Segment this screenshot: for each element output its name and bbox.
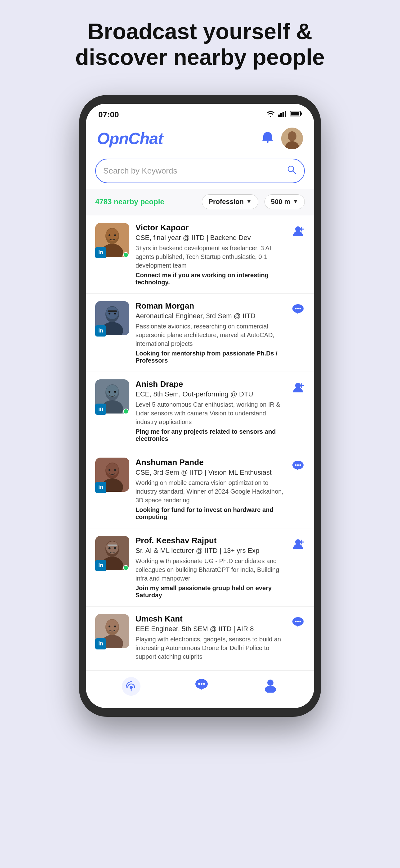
- person-role: EEE Engineer, 5th SEM @ IITD | AIR 8: [135, 625, 285, 633]
- distance-filter-button[interactable]: 500 m ▼: [265, 194, 305, 209]
- distance-label: 500 m: [271, 198, 290, 206]
- linkedin-badge: in: [95, 638, 106, 649]
- app-header: OpnChat: [86, 123, 314, 156]
- svg-point-27: [114, 313, 116, 314]
- list-item[interactable]: in Umesh Kant EEE Engineer, 5th SEM @ II…: [86, 607, 314, 671]
- person-action-button[interactable]: [291, 458, 305, 472]
- person-name: Roman Morgan: [135, 301, 285, 311]
- nearby-count-label: 4783 nearby people: [95, 197, 196, 206]
- person-role: Sr. AI & ML lecturer @ IITD | 13+ yrs Ex…: [135, 547, 286, 555]
- person-name: Anish Drape: [135, 379, 286, 389]
- svg-point-47: [114, 469, 116, 471]
- search-icon[interactable]: [287, 165, 297, 177]
- nav-chat[interactable]: [194, 677, 209, 696]
- linkedin-badge: in: [95, 560, 106, 571]
- svg-rect-28: [108, 310, 117, 312]
- chat-icon[interactable]: [194, 677, 209, 696]
- person-role: CSE, final year @ IITD | Backend Dev: [135, 234, 286, 242]
- nav-broadcast[interactable]: [122, 677, 140, 696]
- svg-point-77: [203, 683, 205, 685]
- person-name: Umesh Kant: [135, 614, 285, 624]
- svg-point-7: [267, 141, 269, 143]
- person-action-button[interactable]: [291, 614, 305, 629]
- person-name: Anshuman Pande: [135, 458, 285, 467]
- person-avatar-wrap: in: [95, 301, 129, 337]
- svg-rect-6: [291, 112, 299, 116]
- list-item[interactable]: in Victor Kapoor CSE, final year @ IITD …: [86, 215, 314, 294]
- person-cta: Looking for fund for to invest on hardwa…: [135, 506, 285, 521]
- phone-screen: 07:00 OpnChat: [86, 104, 314, 708]
- person-bio: Working with passionate UG - Ph.D candid…: [135, 557, 286, 583]
- list-item[interactable]: in Prof. Keeshav Rajput Sr. AI & ML lect…: [86, 528, 314, 607]
- linkedin-badge: in: [95, 326, 106, 337]
- list-item[interactable]: in Anish Drape ECE, 8th Sem, Out-perform…: [86, 372, 314, 450]
- svg-point-51: [300, 464, 301, 466]
- svg-point-31: [297, 308, 299, 309]
- person-action-button[interactable]: [292, 223, 305, 237]
- svg-point-57: [114, 547, 116, 549]
- svg-point-79: [265, 686, 276, 692]
- person-bio: Playing with electronics, gadgets, senso…: [135, 635, 285, 661]
- svg-point-38: [114, 391, 116, 393]
- svg-point-50: [297, 464, 299, 466]
- person-bio: Working on mobile camera vision optimiza…: [135, 478, 285, 504]
- status-icons: [266, 110, 302, 119]
- svg-point-46: [108, 469, 110, 471]
- bottom-nav: [86, 671, 314, 708]
- profile-icon[interactable]: [263, 677, 278, 696]
- person-cta: Connect me if you are working on interes…: [135, 272, 286, 286]
- online-indicator: [123, 408, 129, 414]
- list-item[interactable]: in Anshuman Pande CSE, 3rd Sem @ IITD | …: [86, 450, 314, 528]
- svg-point-17: [108, 235, 110, 236]
- status-time: 07:00: [98, 110, 119, 120]
- broadcast-icon[interactable]: [122, 677, 140, 696]
- distance-dropdown-icon: ▼: [293, 198, 298, 205]
- linkedin-badge: in: [95, 404, 106, 415]
- notification-bell-icon[interactable]: [261, 131, 274, 146]
- svg-point-9: [288, 131, 296, 141]
- profession-dropdown-icon: ▼: [246, 198, 252, 205]
- count-value: 4783: [95, 197, 112, 206]
- user-avatar[interactable]: [281, 128, 303, 149]
- search-bar[interactable]: Search by Keywords: [95, 159, 305, 183]
- svg-point-65: [106, 620, 119, 632]
- svg-rect-2: [282, 112, 284, 117]
- person-action-button[interactable]: [292, 379, 305, 393]
- svg-point-75: [198, 683, 200, 685]
- svg-rect-1: [280, 113, 282, 117]
- svg-point-78: [267, 680, 273, 686]
- person-avatar-wrap: in: [95, 458, 129, 493]
- person-role: Aeronautical Engineer, 3rd Sem @ IITD: [135, 312, 285, 320]
- online-indicator: [123, 565, 129, 570]
- linkedin-badge: in: [95, 482, 106, 493]
- svg-rect-3: [285, 111, 286, 117]
- svg-point-16: [106, 228, 119, 241]
- app-logo: OpnChat: [97, 129, 163, 148]
- person-cta: Join my small passionate group held on e…: [135, 585, 286, 599]
- nearby-label: nearby people: [114, 197, 164, 206]
- search-container: Search by Keywords: [86, 156, 314, 189]
- nav-profile[interactable]: [263, 677, 278, 696]
- person-action-button[interactable]: [291, 301, 305, 316]
- person-action-button[interactable]: [292, 536, 305, 550]
- svg-rect-5: [300, 113, 302, 115]
- phone-shell: 07:00 OpnChat: [79, 95, 321, 717]
- svg-point-69: [295, 621, 297, 622]
- person-info: Anshuman Pande CSE, 3rd Sem @ IITD | Vis…: [135, 458, 285, 521]
- svg-point-37: [108, 391, 110, 393]
- filter-bar: 4783 nearby people Profession ▼ 500 m ▼: [86, 189, 314, 215]
- person-bio: Passionate avionics, researching on comm…: [135, 322, 285, 348]
- svg-point-67: [114, 625, 116, 627]
- svg-point-49: [295, 464, 297, 466]
- svg-point-72: [130, 686, 133, 689]
- svg-rect-58: [108, 545, 117, 547]
- person-info: Anish Drape ECE, 8th Sem, Out-performing…: [135, 379, 286, 442]
- person-info: Prof. Keeshav Rajput Sr. AI & ML lecture…: [135, 536, 286, 599]
- list-item[interactable]: in Roman Morgan Aeronautical Engineer, 3…: [86, 294, 314, 372]
- signal-icon: [278, 110, 287, 119]
- linkedin-badge: in: [95, 247, 106, 258]
- profession-filter-button[interactable]: Profession ▼: [202, 194, 258, 209]
- person-avatar-wrap: in: [95, 379, 129, 415]
- svg-point-25: [106, 307, 119, 319]
- svg-point-55: [106, 541, 119, 554]
